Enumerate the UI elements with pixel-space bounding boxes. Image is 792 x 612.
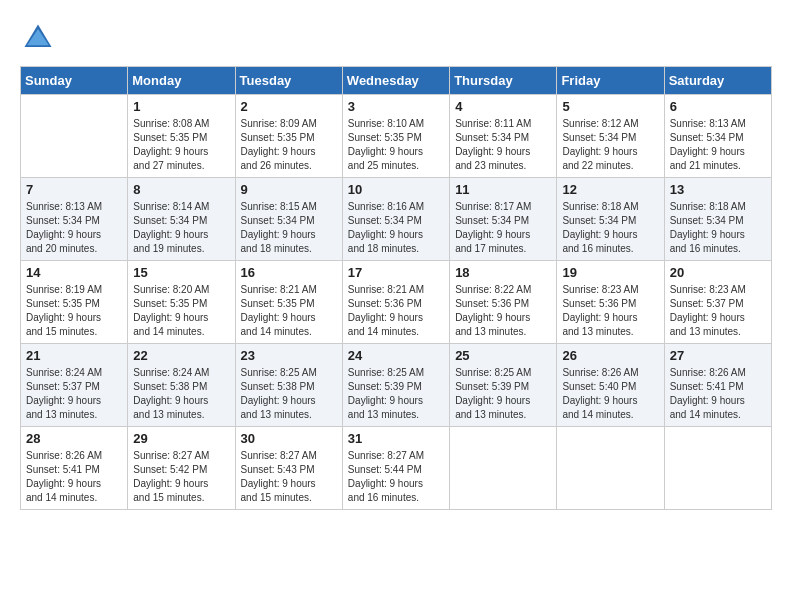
day-info: Sunrise: 8:22 AMSunset: 5:36 PMDaylight:… — [455, 283, 551, 339]
day-number: 1 — [133, 99, 229, 114]
day-info: Sunrise: 8:13 AMSunset: 5:34 PMDaylight:… — [26, 200, 122, 256]
day-number: 13 — [670, 182, 766, 197]
day-info: Sunrise: 8:23 AMSunset: 5:36 PMDaylight:… — [562, 283, 658, 339]
calendar-cell: 14Sunrise: 8:19 AMSunset: 5:35 PMDayligh… — [21, 261, 128, 344]
calendar-cell: 5Sunrise: 8:12 AMSunset: 5:34 PMDaylight… — [557, 95, 664, 178]
day-info: Sunrise: 8:21 AMSunset: 5:35 PMDaylight:… — [241, 283, 337, 339]
calendar-cell: 10Sunrise: 8:16 AMSunset: 5:34 PMDayligh… — [342, 178, 449, 261]
day-info: Sunrise: 8:10 AMSunset: 5:35 PMDaylight:… — [348, 117, 444, 173]
weekday-header: Thursday — [450, 67, 557, 95]
day-info: Sunrise: 8:16 AMSunset: 5:34 PMDaylight:… — [348, 200, 444, 256]
day-number: 7 — [26, 182, 122, 197]
calendar-cell: 15Sunrise: 8:20 AMSunset: 5:35 PMDayligh… — [128, 261, 235, 344]
weekday-header: Tuesday — [235, 67, 342, 95]
logo — [20, 20, 62, 56]
calendar-cell: 29Sunrise: 8:27 AMSunset: 5:42 PMDayligh… — [128, 427, 235, 510]
calendar-cell: 9Sunrise: 8:15 AMSunset: 5:34 PMDaylight… — [235, 178, 342, 261]
calendar-cell: 31Sunrise: 8:27 AMSunset: 5:44 PMDayligh… — [342, 427, 449, 510]
day-number: 21 — [26, 348, 122, 363]
calendar-cell: 24Sunrise: 8:25 AMSunset: 5:39 PMDayligh… — [342, 344, 449, 427]
day-number: 19 — [562, 265, 658, 280]
day-info: Sunrise: 8:27 AMSunset: 5:44 PMDaylight:… — [348, 449, 444, 505]
day-info: Sunrise: 8:19 AMSunset: 5:35 PMDaylight:… — [26, 283, 122, 339]
day-info: Sunrise: 8:08 AMSunset: 5:35 PMDaylight:… — [133, 117, 229, 173]
day-number: 9 — [241, 182, 337, 197]
day-number: 14 — [26, 265, 122, 280]
day-number: 29 — [133, 431, 229, 446]
day-info: Sunrise: 8:24 AMSunset: 5:37 PMDaylight:… — [26, 366, 122, 422]
day-number: 27 — [670, 348, 766, 363]
day-info: Sunrise: 8:26 AMSunset: 5:41 PMDaylight:… — [26, 449, 122, 505]
weekday-header: Wednesday — [342, 67, 449, 95]
calendar-week-row: 14Sunrise: 8:19 AMSunset: 5:35 PMDayligh… — [21, 261, 772, 344]
day-number: 15 — [133, 265, 229, 280]
day-info: Sunrise: 8:09 AMSunset: 5:35 PMDaylight:… — [241, 117, 337, 173]
day-info: Sunrise: 8:18 AMSunset: 5:34 PMDaylight:… — [562, 200, 658, 256]
calendar-week-row: 1Sunrise: 8:08 AMSunset: 5:35 PMDaylight… — [21, 95, 772, 178]
day-number: 22 — [133, 348, 229, 363]
day-number: 12 — [562, 182, 658, 197]
calendar-cell: 26Sunrise: 8:26 AMSunset: 5:40 PMDayligh… — [557, 344, 664, 427]
calendar-cell: 25Sunrise: 8:25 AMSunset: 5:39 PMDayligh… — [450, 344, 557, 427]
weekday-header: Sunday — [21, 67, 128, 95]
day-info: Sunrise: 8:18 AMSunset: 5:34 PMDaylight:… — [670, 200, 766, 256]
calendar-cell: 17Sunrise: 8:21 AMSunset: 5:36 PMDayligh… — [342, 261, 449, 344]
calendar-cell: 11Sunrise: 8:17 AMSunset: 5:34 PMDayligh… — [450, 178, 557, 261]
day-info: Sunrise: 8:26 AMSunset: 5:41 PMDaylight:… — [670, 366, 766, 422]
day-info: Sunrise: 8:21 AMSunset: 5:36 PMDaylight:… — [348, 283, 444, 339]
day-number: 18 — [455, 265, 551, 280]
calendar-cell: 6Sunrise: 8:13 AMSunset: 5:34 PMDaylight… — [664, 95, 771, 178]
day-number: 2 — [241, 99, 337, 114]
logo-icon — [20, 20, 56, 56]
calendar-cell: 3Sunrise: 8:10 AMSunset: 5:35 PMDaylight… — [342, 95, 449, 178]
calendar-cell: 18Sunrise: 8:22 AMSunset: 5:36 PMDayligh… — [450, 261, 557, 344]
calendar-cell: 8Sunrise: 8:14 AMSunset: 5:34 PMDaylight… — [128, 178, 235, 261]
weekday-header: Friday — [557, 67, 664, 95]
calendar-cell: 7Sunrise: 8:13 AMSunset: 5:34 PMDaylight… — [21, 178, 128, 261]
day-info: Sunrise: 8:26 AMSunset: 5:40 PMDaylight:… — [562, 366, 658, 422]
day-number: 20 — [670, 265, 766, 280]
day-number: 6 — [670, 99, 766, 114]
day-number: 24 — [348, 348, 444, 363]
day-number: 16 — [241, 265, 337, 280]
day-number: 23 — [241, 348, 337, 363]
day-number: 5 — [562, 99, 658, 114]
calendar-cell: 21Sunrise: 8:24 AMSunset: 5:37 PMDayligh… — [21, 344, 128, 427]
day-number: 11 — [455, 182, 551, 197]
calendar-cell: 19Sunrise: 8:23 AMSunset: 5:36 PMDayligh… — [557, 261, 664, 344]
calendar-cell: 20Sunrise: 8:23 AMSunset: 5:37 PMDayligh… — [664, 261, 771, 344]
day-number: 17 — [348, 265, 444, 280]
day-info: Sunrise: 8:25 AMSunset: 5:39 PMDaylight:… — [348, 366, 444, 422]
day-info: Sunrise: 8:12 AMSunset: 5:34 PMDaylight:… — [562, 117, 658, 173]
day-info: Sunrise: 8:27 AMSunset: 5:43 PMDaylight:… — [241, 449, 337, 505]
day-info: Sunrise: 8:20 AMSunset: 5:35 PMDaylight:… — [133, 283, 229, 339]
calendar-cell: 30Sunrise: 8:27 AMSunset: 5:43 PMDayligh… — [235, 427, 342, 510]
weekday-header: Saturday — [664, 67, 771, 95]
calendar-table: SundayMondayTuesdayWednesdayThursdayFrid… — [20, 66, 772, 510]
day-number: 10 — [348, 182, 444, 197]
day-number: 8 — [133, 182, 229, 197]
day-info: Sunrise: 8:24 AMSunset: 5:38 PMDaylight:… — [133, 366, 229, 422]
day-info: Sunrise: 8:11 AMSunset: 5:34 PMDaylight:… — [455, 117, 551, 173]
calendar-cell: 16Sunrise: 8:21 AMSunset: 5:35 PMDayligh… — [235, 261, 342, 344]
header-row: SundayMondayTuesdayWednesdayThursdayFrid… — [21, 67, 772, 95]
day-info: Sunrise: 8:17 AMSunset: 5:34 PMDaylight:… — [455, 200, 551, 256]
calendar-week-row: 28Sunrise: 8:26 AMSunset: 5:41 PMDayligh… — [21, 427, 772, 510]
calendar-cell — [21, 95, 128, 178]
page-header — [20, 20, 772, 56]
day-info: Sunrise: 8:13 AMSunset: 5:34 PMDaylight:… — [670, 117, 766, 173]
calendar-cell: 23Sunrise: 8:25 AMSunset: 5:38 PMDayligh… — [235, 344, 342, 427]
day-info: Sunrise: 8:15 AMSunset: 5:34 PMDaylight:… — [241, 200, 337, 256]
calendar-week-row: 21Sunrise: 8:24 AMSunset: 5:37 PMDayligh… — [21, 344, 772, 427]
day-number: 31 — [348, 431, 444, 446]
day-info: Sunrise: 8:27 AMSunset: 5:42 PMDaylight:… — [133, 449, 229, 505]
day-info: Sunrise: 8:23 AMSunset: 5:37 PMDaylight:… — [670, 283, 766, 339]
day-info: Sunrise: 8:14 AMSunset: 5:34 PMDaylight:… — [133, 200, 229, 256]
calendar-cell: 2Sunrise: 8:09 AMSunset: 5:35 PMDaylight… — [235, 95, 342, 178]
calendar-cell: 1Sunrise: 8:08 AMSunset: 5:35 PMDaylight… — [128, 95, 235, 178]
calendar-week-row: 7Sunrise: 8:13 AMSunset: 5:34 PMDaylight… — [21, 178, 772, 261]
day-number: 26 — [562, 348, 658, 363]
calendar-cell — [557, 427, 664, 510]
calendar-cell: 22Sunrise: 8:24 AMSunset: 5:38 PMDayligh… — [128, 344, 235, 427]
calendar-cell — [664, 427, 771, 510]
